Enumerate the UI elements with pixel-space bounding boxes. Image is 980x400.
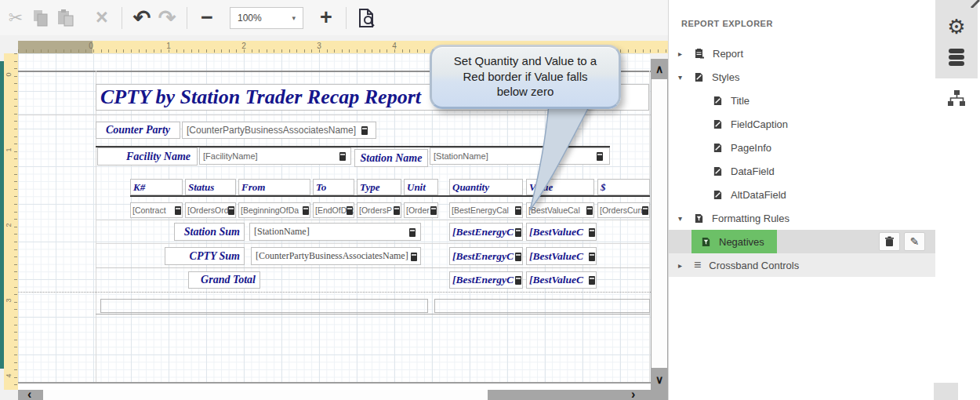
tree-item-styles[interactable]: ▾ Styles [669,65,936,89]
station-sum-label-cell[interactable]: Station Sum [174,223,245,241]
smart-tag-icon[interactable] [515,276,521,285]
smart-tag-icon[interactable] [175,206,181,215]
detail-field-cell[interactable]: [BeginningOfDa [238,202,310,218]
horizontal-scroll-thumb[interactable] [43,390,488,400]
callout-balloon: Set Quantity and Value to a Red border i… [430,45,621,109]
design-surface: 0 1 2 3 4 0 1 2 3 4 CPTY by Station Trad… [0,35,668,400]
smart-tag-icon[interactable] [589,253,595,261]
tree-item-formatting-rules[interactable]: ▾ Formatting Rules [669,206,936,230]
pencil-icon[interactable] [969,0,980,8]
tree-item-datafield-style[interactable]: DataField [669,159,936,183]
collapse-icon[interactable]: ▾ [678,73,689,82]
zoom-in-icon[interactable]: + [314,5,339,31]
grand-total-value-cell[interactable]: [BestValueC [526,271,597,289]
column-header-cell[interactable]: Status [185,179,236,195]
edit-rule-button[interactable]: ✎ [904,232,925,251]
preview-icon[interactable] [354,5,379,31]
tree-item-crossband-controls[interactable]: ▸ ≡ Crossband Controls [669,253,936,277]
smart-tag-icon[interactable] [361,126,368,135]
formatting-rule-icon [701,237,711,247]
detail-field: [BeginningOfDa [239,205,299,215]
station-sum-energy: [BestEnergyC [450,226,514,238]
database-icon[interactable] [935,47,978,69]
selected-highlight[interactable]: Negatives [691,230,777,253]
counter-party-label-cell[interactable]: Counter Party [96,122,180,139]
cpty-sum-label-cell[interactable]: CPTY Sum [165,247,245,265]
paste-icon[interactable] [53,5,78,31]
ruler-number: 2 [241,42,246,50]
counter-party-field-cell[interactable]: [CounterPartyBusinessAssociatesName] [182,122,376,139]
detail-field-cell[interactable]: [EndOfDat [313,202,354,218]
zoom-out-icon[interactable]: − [194,5,220,31]
expand-icon[interactable]: ▸ [678,261,689,270]
expand-icon[interactable]: ▸ [678,49,689,58]
detail-field-cell[interactable]: [Contract [130,202,183,218]
smart-tag-icon[interactable] [409,228,416,237]
cpty-sum-value-cell[interactable]: [BestValueC [526,247,597,265]
column-header-cell[interactable]: From [238,179,310,195]
smart-tag-icon[interactable] [411,253,417,261]
tree-item-label: Styles [712,71,739,83]
report-explorer-tree-icon[interactable] [935,88,978,110]
smart-tag-icon[interactable] [394,206,400,215]
panel-scroll-corner [934,383,958,400]
column-header-cell[interactable]: K# [130,179,183,195]
redo-icon[interactable]: ↷ [154,5,180,31]
cpty-sum-energy-cell[interactable]: [BestEnergyC [449,247,523,265]
smart-tag-icon[interactable] [303,206,309,215]
detail-field: [Order [405,205,430,215]
smart-tag-icon[interactable] [589,276,595,285]
tree-item-negatives[interactable]: Negatives ✎ [669,230,936,253]
smart-tag-icon[interactable] [642,206,648,215]
station-sum-field-cell[interactable]: [StationName] [249,223,421,241]
smart-tag-icon[interactable] [347,206,353,215]
collapse-icon[interactable]: ▾ [678,214,689,223]
cpty-sum-field-cell[interactable]: [CounterPartyBusinessAssociatesName] [251,247,421,265]
detail-field-cell[interactable]: [OrdersP [357,202,401,218]
smart-tag-icon[interactable] [339,152,346,161]
tree-item-altdatafield-style[interactable]: AltDataField [669,183,936,206]
scroll-down-icon[interactable]: ∨ [651,371,668,388]
station-label-cell[interactable]: Station Name [354,149,428,167]
callout-tail [470,104,612,222]
copy-icon[interactable] [28,5,53,31]
tree-item-title-style[interactable]: Title [669,89,936,112]
delete-rule-button[interactable] [879,232,900,251]
gear-icon[interactable]: ⚙ [935,16,978,38]
grand-total-label-cell[interactable]: Grand Total [188,271,260,289]
smart-tag-icon[interactable] [515,253,521,261]
facility-field-cell[interactable]: [FacilityName] [199,147,351,165]
smart-tag-icon[interactable] [228,206,234,215]
smart-tag-icon[interactable] [589,228,595,237]
vertical-scroll-thumb[interactable] [652,79,667,368]
vertical-ruler: 0 1 2 3 4 [4,53,18,390]
horizontal-scrollbar[interactable]: ‹ › [18,390,668,400]
station-sum-value-cell[interactable]: [BestValueC [526,223,597,241]
scroll-right-icon[interactable]: › [631,387,635,400]
footer-cell[interactable] [100,299,428,313]
detail-field-cell[interactable]: [OrdersOrd [185,202,236,218]
scroll-up-icon[interactable]: ∧ [651,60,668,78]
smart-tag-icon[interactable] [515,228,521,237]
tree-item-label: AltDataField [731,189,786,201]
station-sum-energy-cell[interactable]: [BestEnergyC [449,223,523,241]
tree-item-pageinfo-style[interactable]: PageInfo [669,136,936,159]
column-header-cell[interactable]: To [313,179,354,195]
detail-field-cell[interactable]: [Order [404,202,438,218]
scroll-left-icon[interactable]: ‹ [27,387,31,400]
facility-label: Facility Name [126,151,191,163]
station-sum-label: Station Sum [184,226,240,238]
tree-item-fieldcaption-style[interactable]: FieldCaption [669,112,936,136]
column-header-cell[interactable]: Unit [404,179,438,195]
cut-icon[interactable]: ✂ [3,5,28,31]
grand-total-energy-cell[interactable]: [BestEnergyC [449,271,523,289]
undo-icon[interactable]: ↶ [129,5,154,31]
facility-label-cell[interactable]: Facility Name [97,147,198,165]
delete-icon[interactable]: × [89,5,114,31]
footer-cell[interactable] [434,299,650,313]
column-header-cell[interactable]: Type [357,179,401,195]
smart-tag-icon[interactable] [430,206,437,215]
tree-item-report[interactable]: ▸ Report [669,42,936,65]
vertical-scrollbar[interactable]: ∧ ∨ [651,59,668,390]
zoom-select[interactable]: 100% ▾ [230,7,303,29]
